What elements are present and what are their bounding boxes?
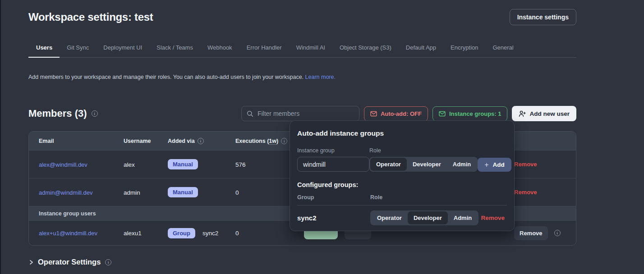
role-option-developer[interactable]: Developer [408, 211, 448, 224]
configured-groups-heading: Configured groups: [297, 181, 507, 188]
executions-count: 0 [235, 230, 239, 237]
tab-deployment-ui[interactable]: Deployment UI [96, 40, 149, 57]
instance-groups-label: Instance groups: 1 [449, 110, 501, 117]
executions-count: 0 [235, 189, 239, 196]
tab-git-sync[interactable]: Git Sync [60, 40, 96, 57]
added-via-label: Added via [168, 138, 195, 144]
tab-webhook[interactable]: Webhook [200, 40, 239, 57]
add-new-user-label: Add new user [529, 110, 570, 117]
column-header-email: Email [29, 138, 124, 144]
add-group-label: Add [493, 161, 505, 168]
instance-group-input[interactable] [297, 157, 369, 172]
operator-settings-label: Operator Settings [38, 258, 101, 266]
auto-add-button[interactable]: Auto-add: OFF [364, 106, 428, 121]
remove-member-button[interactable]: Remove [514, 189, 537, 196]
configured-group-name: sync2 [297, 214, 370, 222]
configured-col-group: Group [297, 194, 370, 201]
role-option-admin[interactable]: Admin [448, 211, 478, 224]
search-icon [247, 110, 253, 117]
mail-icon [370, 111, 377, 117]
user-plus-icon [519, 110, 526, 117]
tab-general[interactable]: General [485, 40, 520, 57]
remove-group-button[interactable]: Remove [481, 215, 505, 221]
operator-settings-toggle[interactable]: Operator Settings i [28, 258, 576, 266]
role-field-label: Role [369, 147, 478, 154]
group-name: sync2 [202, 230, 218, 237]
members-heading: Members (3) [28, 108, 87, 119]
info-icon: i [281, 138, 287, 144]
configured-group-row: sync2 Operator Developer Admin Remove [297, 210, 507, 225]
role-segmented-control: Operator Developer Admin [369, 157, 478, 172]
role-option-operator[interactable]: Operator [371, 211, 408, 224]
add-new-user-button[interactable]: Add new user [512, 106, 576, 121]
window-left-edge [0, 0, 1, 274]
role-option-developer[interactable]: Developer [407, 158, 447, 171]
tab-error-handler[interactable]: Error Handler [239, 40, 289, 57]
filter-members-input[interactable] [258, 110, 354, 117]
tab-slack-teams[interactable]: Slack / Teams [149, 40, 200, 57]
tab-windmill-ai[interactable]: Windmill AI [289, 40, 332, 57]
learn-more-link[interactable]: Learn more. [305, 74, 336, 80]
description-text: Add members to your workspace and manage… [28, 74, 304, 80]
info-icon: i [554, 230, 561, 236]
plus-icon: + [484, 161, 488, 169]
configured-col-role: Role [370, 194, 382, 201]
auto-add-label: Auto-add: OFF [381, 110, 422, 117]
auto-add-instance-groups-popup: Auto-add instance groups Instance group … [290, 120, 515, 231]
settings-tabs: Users Git Sync Deployment UI Slack / Tea… [28, 40, 576, 58]
instance-settings-button[interactable]: Instance settings [510, 9, 576, 25]
added-via-badge: Group [168, 228, 195, 238]
popup-title: Auto-add instance groups [297, 129, 507, 137]
member-username: admin [124, 189, 140, 196]
tab-default-app[interactable]: Default App [399, 40, 443, 57]
member-username: alex [124, 161, 135, 168]
role-option-admin[interactable]: Admin [447, 158, 477, 171]
member-username: alexu1 [124, 230, 142, 237]
column-header-added-via: Added via i [168, 138, 235, 144]
chevron-right-icon [28, 260, 34, 265]
instance-groups-button[interactable]: Instance groups: 1 [432, 106, 508, 121]
remove-member-button[interactable]: Remove [514, 226, 548, 240]
role-option-operator[interactable]: Operator [370, 158, 407, 171]
member-email-link[interactable]: alex+u1@windmill.dev [39, 230, 97, 237]
mail-icon [439, 111, 446, 117]
added-via-badge: Manual [168, 187, 198, 197]
filter-members-box[interactable] [241, 106, 359, 121]
tab-encryption[interactable]: Encryption [443, 40, 485, 57]
tab-object-storage[interactable]: Object Storage (S3) [332, 40, 399, 57]
page-title: Workspace settings: test [28, 11, 153, 23]
member-email-link[interactable]: admin@windmill.dev [39, 189, 92, 196]
added-via-badge: Manual [168, 159, 198, 169]
remove-member-button[interactable]: Remove [514, 161, 537, 168]
info-icon: i [92, 110, 98, 117]
role-segmented-control: Operator Developer Admin [370, 210, 478, 225]
member-email-link[interactable]: alex@windmill.dev [39, 161, 87, 168]
divider [297, 205, 507, 206]
info-icon: i [105, 259, 111, 265]
add-group-button[interactable]: + Add [478, 158, 511, 172]
tab-users[interactable]: Users [28, 40, 60, 58]
column-header-executions: Executions (1w) i [235, 138, 290, 144]
page-description: Add members to your workspace and manage… [28, 74, 576, 80]
executions-count: 576 [235, 161, 246, 168]
executions-label: Executions (1w) [235, 138, 278, 144]
instance-group-field-label: Instance group [297, 147, 369, 154]
column-header-username: Username [124, 138, 168, 144]
info-icon: i [198, 138, 204, 144]
